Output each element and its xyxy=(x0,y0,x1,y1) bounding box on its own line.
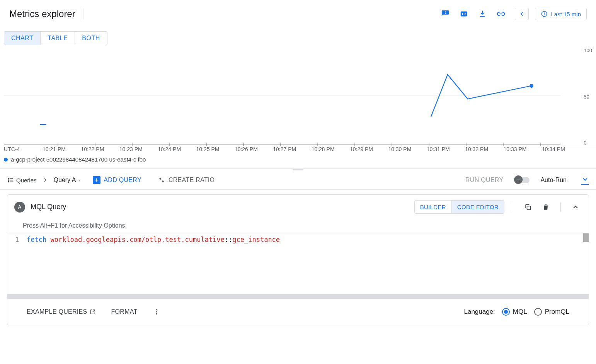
delete-icon[interactable] xyxy=(540,201,552,213)
y-axis: 100 50 0 xyxy=(584,45,592,146)
code-keyword: fetch xyxy=(27,236,46,243)
queries-breadcrumb[interactable]: Queries xyxy=(7,177,37,184)
x-tick: 10:21 PM xyxy=(43,146,66,152)
mode-code-button[interactable]: CODE EDITOR xyxy=(451,201,504,213)
svg-point-20 xyxy=(8,178,9,179)
legend-label: a-gcp-project 5002298440842481700 us-eas… xyxy=(11,156,146,163)
auto-run-label: Auto-Run xyxy=(540,177,567,184)
legend-color-dot xyxy=(4,158,8,162)
lang-radio-mql[interactable]: MQL xyxy=(502,308,527,316)
lang-mql-label: MQL xyxy=(513,308,527,316)
example-queries-button[interactable]: EXAMPLE QUERIES xyxy=(27,308,96,315)
query-toolbar: Queries Query A + ADD QUERY CREATE RATIO… xyxy=(0,171,596,190)
code-identifier: gce_instance xyxy=(232,236,280,243)
header: Metrics explorer Last 15 min xyxy=(0,0,596,28)
create-ratio-label: CREATE RATIO xyxy=(169,177,215,184)
queries-label: Queries xyxy=(16,177,37,184)
divider xyxy=(560,202,561,212)
mode-builder-button[interactable]: BUILDER xyxy=(415,201,451,213)
lang-radio-promql[interactable]: PromQL xyxy=(534,308,569,316)
y-tick: 100 xyxy=(584,48,592,53)
tab-chart[interactable]: CHART xyxy=(4,32,40,45)
code-snippet-icon[interactable] xyxy=(456,6,472,22)
y-tick: 50 xyxy=(584,94,592,100)
x-tick: 10:31 PM xyxy=(427,146,450,152)
format-button[interactable]: FORMAT xyxy=(111,308,138,315)
x-tick: 10:24 PM xyxy=(158,146,181,152)
query-badge: A xyxy=(14,202,25,213)
copy-icon[interactable] xyxy=(522,201,534,213)
timezone-label: UTC-4 xyxy=(4,146,43,152)
tab-both[interactable]: BOTH xyxy=(75,32,107,45)
x-tick: 10:28 PM xyxy=(312,146,335,152)
x-axis: UTC-4 10:21 PM 10:22 PM 10:23 PM 10:24 P… xyxy=(0,146,596,154)
run-query-button[interactable]: RUN QUERY xyxy=(465,177,503,184)
divider xyxy=(513,202,513,212)
language-selector: Language: MQL PromQL xyxy=(464,308,569,316)
header-actions: Last 15 min xyxy=(438,6,587,22)
add-query-label: ADD QUERY xyxy=(104,177,141,184)
time-range-label: Last 15 min xyxy=(551,11,581,17)
expand-all-icon[interactable] xyxy=(581,175,589,185)
x-tick: 10:26 PM xyxy=(235,146,258,152)
x-tick: 10:25 PM xyxy=(196,146,220,152)
download-icon[interactable] xyxy=(475,6,490,22)
toggle-knob-icon: − xyxy=(514,175,523,184)
x-tick: 10:29 PM xyxy=(350,146,373,152)
tab-table[interactable]: TABLE xyxy=(40,32,75,45)
svg-point-27 xyxy=(156,309,157,310)
query-selector[interactable]: Query A xyxy=(54,177,82,184)
view-mode-tabs: CHART TABLE BOTH xyxy=(4,31,107,45)
x-tick: 10:32 PM xyxy=(465,146,488,152)
horizontal-scrollbar[interactable] xyxy=(7,294,589,299)
time-back-button[interactable] xyxy=(515,8,529,20)
code-operator: :: xyxy=(225,236,232,243)
query-panel-header: A MQL Query BUILDER CODE EDITOR xyxy=(7,195,589,219)
svg-rect-26 xyxy=(527,206,531,209)
code-line: fetch workload.googleapis.com/otlp.test.… xyxy=(27,235,280,243)
more-menu-icon[interactable] xyxy=(153,308,160,315)
line-number: 1 xyxy=(7,235,27,243)
svg-point-5 xyxy=(530,84,533,88)
lang-promql-label: PromQL xyxy=(545,308,569,316)
example-queries-label: EXAMPLE QUERIES xyxy=(27,308,87,315)
chart-legend[interactable]: a-gcp-project 5002298440842481700 us-eas… xyxy=(0,154,596,168)
chevron-right-icon xyxy=(42,177,48,183)
svg-point-21 xyxy=(8,180,9,180)
time-range-picker[interactable]: Last 15 min xyxy=(535,8,587,20)
x-tick: 10:27 PM xyxy=(273,146,296,152)
x-tick: 10:34 PM xyxy=(542,146,565,152)
x-tick: 10:33 PM xyxy=(504,146,527,152)
auto-run-toggle[interactable]: − xyxy=(515,177,530,183)
y-tick: 0 xyxy=(584,140,592,146)
query-selector-label: Query A xyxy=(54,177,76,184)
radio-icon xyxy=(534,308,542,316)
svg-rect-0 xyxy=(461,12,467,17)
x-tick: 10:22 PM xyxy=(81,146,104,152)
accessibility-hint: Press Alt+F1 for Accessibility Options. xyxy=(7,219,589,233)
add-query-button[interactable]: + ADD QUERY xyxy=(93,176,141,184)
create-ratio-button[interactable]: CREATE RATIO xyxy=(158,176,215,184)
link-icon[interactable] xyxy=(493,6,509,22)
x-tick: 10:23 PM xyxy=(119,146,143,152)
editor-scrollbar-thumb[interactable] xyxy=(583,233,589,242)
feedback-icon[interactable] xyxy=(438,6,453,22)
svg-point-22 xyxy=(8,182,9,182)
chart-canvas[interactable] xyxy=(4,45,560,146)
chart: 100 50 0 xyxy=(0,45,596,146)
query-footer: EXAMPLE QUERIES FORMAT Language: MQL Pro… xyxy=(7,299,589,325)
code-editor[interactable]: 1 fetch workload.googleapis.com/otlp.tes… xyxy=(7,233,589,294)
query-panel: A MQL Query BUILDER CODE EDITOR Press Al… xyxy=(7,194,589,325)
code-resource: workload.googleapis.com/otlp.test.cumula… xyxy=(50,236,224,243)
svg-point-28 xyxy=(156,311,157,313)
x-ticks: 10:21 PM 10:22 PM 10:23 PM 10:24 PM 10:2… xyxy=(43,146,565,152)
language-label: Language: xyxy=(464,308,495,316)
page-title: Metrics explorer xyxy=(9,9,83,19)
collapse-panel-icon[interactable] xyxy=(569,201,582,213)
x-tick: 10:30 PM xyxy=(388,146,411,152)
plus-icon: + xyxy=(93,176,100,184)
query-panel-title: MQL Query xyxy=(31,203,66,211)
svg-point-29 xyxy=(156,313,157,315)
radio-icon xyxy=(502,308,510,316)
editor-mode-switch: BUILDER CODE EDITOR xyxy=(414,200,504,214)
